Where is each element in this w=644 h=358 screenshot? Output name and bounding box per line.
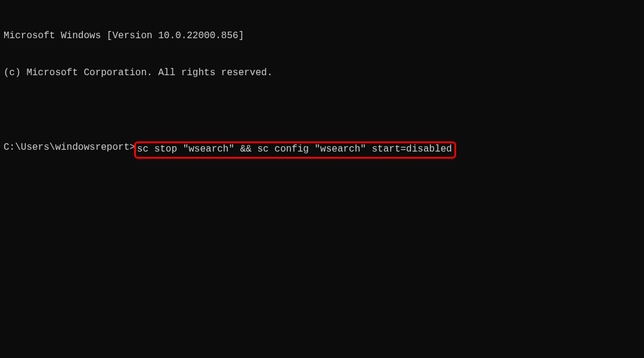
header-line-1: Microsoft Windows [Version 10.0.22000.85… [4, 30, 640, 42]
terminal-output[interactable]: Microsoft Windows [Version 10.0.22000.85… [4, 5, 640, 171]
blank-line [4, 104, 640, 116]
command-highlight-box: sc stop "wsearch" && sc config "wsearch"… [134, 141, 456, 159]
command-input[interactable]: sc stop "wsearch" && sc config "wsearch"… [137, 144, 452, 155]
header-line-2: (c) Microsoft Corporation. All rights re… [4, 67, 640, 79]
prompt: C:\Users\windowsreport> [4, 141, 135, 154]
prompt-line: C:\Users\windowsreport>sc stop "wsearch"… [4, 141, 640, 159]
